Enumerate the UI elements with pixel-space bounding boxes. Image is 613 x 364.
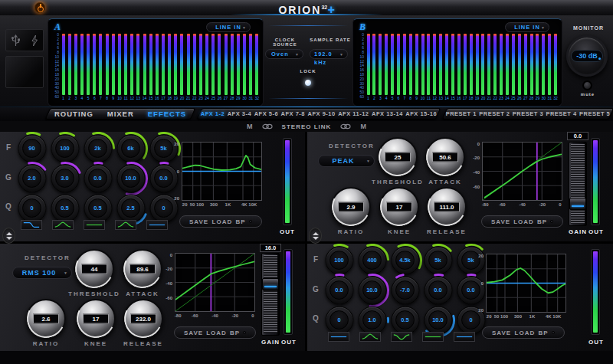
knob-body: 10.0: [116, 164, 145, 192]
eq-band-1-f-knob[interactable]: 100: [323, 245, 356, 275]
ratio-knob[interactable]: 2.6: [26, 299, 66, 339]
tab-routing[interactable]: ROUTING: [54, 110, 93, 118]
eq-band-1-q-knob[interactable]: 0: [323, 305, 356, 335]
eq-band-1-f-knob[interactable]: 90: [15, 133, 48, 163]
load-button[interactable]: LOAD: [515, 330, 536, 336]
channel-meter: 10: [421, 34, 425, 104]
bypass-button[interactable]: BP: [230, 330, 240, 336]
bypass-button[interactable]: BP: [539, 330, 549, 336]
knee-knob[interactable]: 17: [379, 187, 419, 227]
x-tick: -20: [539, 202, 546, 207]
gain-fader[interactable]: [261, 253, 280, 336]
eq-band-4-filter-shape-icon[interactable]: [422, 332, 444, 342]
eq-band-2-filter-shape-icon[interactable]: [359, 332, 381, 342]
tab-afx-15-16[interactable]: AFX 15-16: [405, 110, 437, 117]
eq-band-4-filter-shape-icon[interactable]: [115, 220, 136, 230]
eq-band-4-f-knob[interactable]: 5k: [421, 245, 454, 275]
tab-preset-1[interactable]: PRESET 1: [446, 110, 477, 117]
attack-knob[interactable]: 50.6: [425, 137, 465, 177]
eq-band-2-filter-shape-icon[interactable]: [52, 220, 74, 230]
threshold-knob[interactable]: 25: [378, 137, 418, 177]
eq-band-1-filter-shape-icon[interactable]: [21, 220, 42, 230]
eq-band-2-g-knob[interactable]: 3.0: [48, 163, 81, 193]
tab-afx-7-8[interactable]: AFX 7-8: [281, 110, 305, 117]
eq-band-1-q-knob[interactable]: 0: [15, 193, 48, 223]
input-source-select-b[interactable]: LINE IN: [505, 22, 549, 32]
tab-afx-1-2[interactable]: AFX 1-2: [201, 110, 225, 117]
eq-band-3-filter-shape-icon[interactable]: [84, 220, 105, 230]
save-button[interactable]: SAVE: [491, 218, 510, 225]
eq-band-2-f-knob[interactable]: 100: [48, 133, 81, 163]
eq-band-5-filter-shape-icon[interactable]: [454, 332, 475, 342]
bypass-button[interactable]: BP: [236, 218, 246, 225]
load-button[interactable]: LOAD: [212, 218, 233, 225]
channel-meter: 24: [505, 34, 509, 104]
sample-rate-select[interactable]: 192.0 kHz: [310, 49, 348, 59]
save-button[interactable]: SAVE: [184, 330, 203, 336]
tab-afx-11-12[interactable]: AFX 11-12: [338, 110, 369, 117]
eq-band-3-q-knob[interactable]: 0.5: [81, 193, 114, 223]
detector-select[interactable]: RMS 100: [12, 267, 72, 279]
eq-band-1-g-knob[interactable]: 0.0: [323, 275, 356, 305]
eq-band-3-q-knob[interactable]: 0.5: [388, 305, 421, 335]
knob-body: 0.5: [84, 194, 112, 222]
meter-a-label: A: [54, 21, 61, 33]
eq-band-3-g-knob[interactable]: -7.0: [388, 275, 421, 305]
eq-band-3-filter-shape-icon[interactable]: [391, 332, 412, 342]
link-icon[interactable]: [262, 123, 273, 130]
fader-handle[interactable]: [262, 278, 279, 290]
mute-button[interactable]: [582, 80, 592, 90]
release-knob[interactable]: 111.0: [427, 187, 467, 227]
tab-preset-4[interactable]: PRESET 4: [546, 110, 576, 117]
tab-afx-13-14[interactable]: AFX 13-14: [372, 110, 403, 117]
meter-bar: [156, 34, 159, 95]
eq-band-4-q-knob[interactable]: 2.5: [114, 193, 147, 223]
eq-band-4-g-knob[interactable]: 10.0: [114, 163, 147, 193]
link-icon[interactable]: [340, 123, 351, 130]
meter-bar: [487, 34, 490, 95]
eq-band-2-f-knob[interactable]: 400: [356, 245, 388, 275]
fader-handle[interactable]: [569, 198, 586, 210]
save-button[interactable]: SAVE: [189, 218, 208, 225]
detector-select[interactable]: PEAK: [318, 155, 375, 167]
eq-band-1-filter-shape-icon[interactable]: [328, 332, 349, 342]
tab-afx-3-4[interactable]: AFX 3-4: [228, 110, 251, 117]
eq-band-3-f-knob[interactable]: 2k: [81, 133, 114, 163]
channel-meter: 7: [99, 34, 103, 104]
eq-band-2-q-knob[interactable]: 0.5: [48, 193, 81, 223]
panel-collapse-left[interactable]: [2, 228, 15, 244]
eq-band-4-q-knob[interactable]: 10.0: [421, 305, 454, 335]
eq-band-1-g-knob[interactable]: 2.0: [15, 163, 48, 193]
bypass-button[interactable]: BP: [537, 218, 547, 225]
eq-band-3-g-knob[interactable]: 0.0: [81, 163, 114, 193]
eq-band-2-g-knob[interactable]: 10.0: [356, 275, 388, 305]
tab-mixer[interactable]: MIXER: [107, 110, 134, 118]
clock-source-select[interactable]: Oven: [265, 49, 303, 59]
attack-knob[interactable]: 89.6: [123, 249, 162, 289]
load-button[interactable]: LOAD: [513, 218, 534, 225]
input-source-select-a[interactable]: LINE IN: [206, 22, 251, 32]
tab-preset-2[interactable]: PRESET 2: [479, 110, 510, 117]
tab-preset-5[interactable]: PRESET 5: [579, 110, 610, 117]
eq-band-4-g-knob[interactable]: 0.0: [421, 275, 454, 305]
tab-afx-5-6[interactable]: AFX 5-6: [254, 110, 278, 117]
eq-band-4-f-knob[interactable]: 6k: [114, 133, 147, 163]
eq-band-3-f-knob[interactable]: 4.5k: [388, 245, 421, 275]
save-button[interactable]: SAVE: [492, 330, 511, 336]
eq-band-2-q-knob[interactable]: 1.0: [356, 305, 388, 335]
mute-right-button[interactable]: M: [360, 123, 366, 130]
panel-collapse-right[interactable]: [309, 228, 322, 244]
tab-preset-3[interactable]: PRESET 3: [513, 110, 543, 117]
gain-fader[interactable]: [569, 142, 587, 226]
knee-knob[interactable]: 17: [76, 299, 116, 339]
monitor-volume-knob[interactable]: -30 dB: [566, 35, 608, 77]
threshold-knob[interactable]: 44: [74, 249, 114, 289]
tab-afx-9-10[interactable]: AFX 9-10: [308, 110, 336, 117]
tab-effects[interactable]: EFFECTS: [148, 110, 186, 118]
load-button[interactable]: LOAD: [206, 330, 227, 336]
knob-display: 1.0: [362, 310, 382, 330]
mute-left-button[interactable]: M: [247, 123, 253, 130]
release-knob[interactable]: 232.0: [123, 299, 163, 339]
ratio-knob[interactable]: 2.9: [331, 187, 371, 227]
eq-band-5-filter-shape-icon[interactable]: [146, 220, 168, 230]
